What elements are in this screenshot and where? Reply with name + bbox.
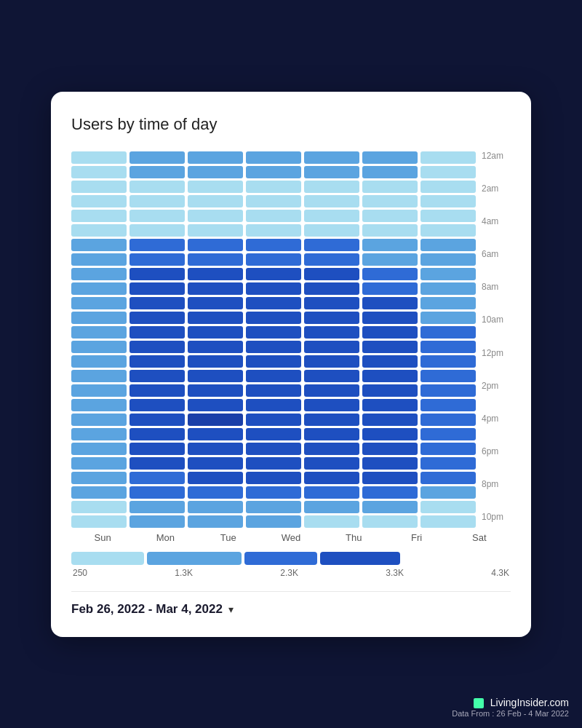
chevron-down-icon[interactable]: ▾: [228, 604, 234, 615]
heatmap-cell[interactable]: [304, 312, 359, 324]
heatmap-cell[interactable]: [246, 341, 301, 353]
heatmap-cell[interactable]: [188, 326, 243, 339]
heatmap-cell[interactable]: [129, 443, 185, 455]
heatmap-cell[interactable]: [71, 282, 127, 295]
heatmap-cell[interactable]: [420, 151, 476, 164]
heatmap-cell[interactable]: [420, 210, 476, 222]
heatmap-cell[interactable]: [304, 501, 359, 513]
heatmap-cell[interactable]: [246, 457, 301, 470]
heatmap-cell[interactable]: [304, 282, 359, 295]
heatmap-cell[interactable]: [71, 341, 127, 353]
heatmap-cell[interactable]: [129, 224, 185, 237]
heatmap-cell[interactable]: [246, 384, 301, 397]
heatmap-cell[interactable]: [71, 414, 127, 426]
heatmap-cell[interactable]: [188, 355, 243, 368]
heatmap-cell[interactable]: [420, 486, 476, 499]
heatmap-cell[interactable]: [420, 472, 476, 484]
heatmap-cell[interactable]: [188, 457, 243, 470]
heatmap-cell[interactable]: [420, 443, 476, 455]
heatmap-cell[interactable]: [362, 443, 418, 455]
heatmap-cell[interactable]: [188, 181, 243, 193]
heatmap-cell[interactable]: [304, 224, 359, 237]
heatmap-cell[interactable]: [246, 486, 301, 499]
heatmap-cell[interactable]: [129, 355, 185, 368]
heatmap-cell[interactable]: [246, 370, 301, 382]
heatmap-cell[interactable]: [420, 312, 476, 324]
heatmap-cell[interactable]: [246, 181, 301, 193]
heatmap-cell[interactable]: [188, 399, 243, 411]
heatmap-cell[interactable]: [420, 326, 476, 339]
heatmap-cell[interactable]: [246, 166, 301, 178]
heatmap-cell[interactable]: [188, 268, 243, 280]
heatmap-cell[interactable]: [129, 486, 185, 499]
heatmap-cell[interactable]: [188, 297, 243, 309]
heatmap-cell[interactable]: [129, 210, 185, 222]
heatmap-cell[interactable]: [188, 443, 243, 455]
heatmap-cell[interactable]: [188, 428, 243, 440]
heatmap-cell[interactable]: [129, 151, 185, 164]
heatmap-cell[interactable]: [246, 515, 301, 528]
heatmap-cell[interactable]: [246, 210, 301, 222]
heatmap-cell[interactable]: [304, 472, 359, 484]
heatmap-cell[interactable]: [71, 224, 127, 237]
heatmap-cell[interactable]: [129, 166, 185, 178]
heatmap-cell[interactable]: [71, 486, 127, 499]
heatmap-cell[interactable]: [304, 515, 359, 528]
heatmap-cell[interactable]: [246, 501, 301, 513]
heatmap-cell[interactable]: [362, 166, 418, 178]
heatmap-cell[interactable]: [304, 151, 359, 164]
heatmap-cell[interactable]: [71, 166, 127, 178]
heatmap-cell[interactable]: [129, 457, 185, 470]
heatmap-cell[interactable]: [420, 268, 476, 280]
heatmap-cell[interactable]: [71, 181, 127, 193]
heatmap-cell[interactable]: [362, 181, 418, 193]
heatmap-cell[interactable]: [246, 268, 301, 280]
heatmap-cell[interactable]: [188, 486, 243, 499]
heatmap-cell[interactable]: [304, 486, 359, 499]
heatmap-cell[interactable]: [129, 370, 185, 382]
heatmap-cell[interactable]: [71, 355, 127, 368]
heatmap-cell[interactable]: [362, 282, 418, 295]
heatmap-cell[interactable]: [71, 457, 127, 470]
heatmap-cell[interactable]: [420, 457, 476, 470]
heatmap-cell[interactable]: [420, 195, 476, 207]
heatmap-cell[interactable]: [71, 210, 127, 222]
heatmap-cell[interactable]: [420, 224, 476, 237]
heatmap-cell[interactable]: [129, 181, 185, 193]
heatmap-cell[interactable]: [304, 253, 359, 266]
heatmap-cell[interactable]: [188, 341, 243, 353]
heatmap-cell[interactable]: [362, 151, 418, 164]
heatmap-cell[interactable]: [420, 414, 476, 426]
heatmap-cell[interactable]: [362, 515, 418, 528]
heatmap-cell[interactable]: [129, 341, 185, 353]
heatmap-cell[interactable]: [420, 399, 476, 411]
heatmap-cell[interactable]: [420, 341, 476, 353]
heatmap-cell[interactable]: [246, 428, 301, 440]
heatmap-cell[interactable]: [246, 195, 301, 207]
heatmap-cell[interactable]: [71, 443, 127, 455]
heatmap-cell[interactable]: [304, 181, 359, 193]
heatmap-cell[interactable]: [71, 312, 127, 324]
heatmap-cell[interactable]: [362, 210, 418, 222]
heatmap-cell[interactable]: [304, 457, 359, 470]
heatmap-cell[interactable]: [129, 384, 185, 397]
heatmap-cell[interactable]: [304, 239, 359, 251]
heatmap-cell[interactable]: [304, 268, 359, 280]
heatmap-cell[interactable]: [129, 253, 185, 266]
heatmap-cell[interactable]: [362, 195, 418, 207]
heatmap-cell[interactable]: [420, 297, 476, 309]
heatmap-cell[interactable]: [362, 399, 418, 411]
heatmap-cell[interactable]: [420, 166, 476, 178]
heatmap-cell[interactable]: [129, 312, 185, 324]
heatmap-cell[interactable]: [304, 428, 359, 440]
heatmap-cell[interactable]: [362, 457, 418, 470]
heatmap-cell[interactable]: [246, 472, 301, 484]
heatmap-cell[interactable]: [246, 399, 301, 411]
heatmap-cell[interactable]: [129, 239, 185, 251]
heatmap-cell[interactable]: [304, 166, 359, 178]
heatmap-cell[interactable]: [420, 501, 476, 513]
heatmap-cell[interactable]: [188, 312, 243, 324]
heatmap-cell[interactable]: [246, 282, 301, 295]
heatmap-cell[interactable]: [304, 370, 359, 382]
heatmap-cell[interactable]: [188, 384, 243, 397]
